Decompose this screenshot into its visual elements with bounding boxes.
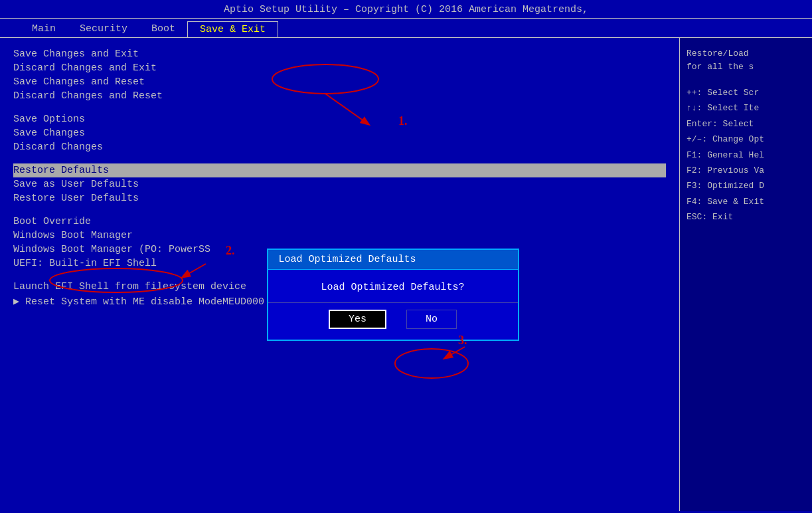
- key-f1: F1: General Hel: [687, 148, 805, 163]
- menu-restore-defaults[interactable]: Restore Defaults: [13, 163, 666, 177]
- nav-bar: Main Security Boot Save & Exit: [0, 19, 812, 38]
- menu-windows-boot-manager[interactable]: Windows Boot Manager: [13, 229, 666, 243]
- spacer-2: [13, 154, 666, 163]
- menu-save-changes[interactable]: Save Changes: [13, 126, 666, 140]
- menu-boot-override-header: Boot Override: [13, 215, 666, 229]
- dialog-buttons: Yes No: [268, 302, 518, 340]
- menu-discard-changes[interactable]: Discard Changes: [13, 140, 666, 154]
- menu-discard-changes-exit[interactable]: Discard Changes and Exit: [13, 61, 666, 75]
- main-content: Save Changes and Exit Discard Changes an…: [0, 38, 812, 511]
- key-change-opt: +/–: Change Opt: [687, 132, 805, 147]
- load-optimized-defaults-dialog: Load Optimized Defaults Load Optimized D…: [267, 249, 519, 341]
- right-panel: Restore/Loadfor all the s ++: Select Scr…: [679, 38, 812, 511]
- dialog-question: Load Optimized Defaults?: [268, 270, 518, 302]
- svg-point-4: [395, 349, 468, 378]
- step-label-2: 2.: [226, 244, 235, 258]
- key-f2: F2: Previous Va: [687, 163, 805, 178]
- spacer-3: [13, 205, 666, 215]
- menu-discard-changes-reset[interactable]: Discard Changes and Reset: [13, 89, 666, 103]
- header-title: Aptio Setup Utility – Copyright (C) 2016…: [224, 4, 588, 15]
- right-panel-desc-text: Restore/Loadfor all the s: [687, 47, 805, 73]
- nav-save-exit[interactable]: Save & Exit: [187, 21, 278, 37]
- svg-line-5: [445, 347, 465, 358]
- right-panel-description: Restore/Loadfor all the s: [687, 47, 805, 73]
- key-f4: F4: Save & Exit: [687, 194, 805, 209]
- key-select-item: ↑↓: Select Ite: [687, 100, 805, 116]
- spacer-1: [13, 103, 666, 112]
- menu-save-changes-exit[interactable]: Save Changes and Exit: [13, 47, 666, 61]
- nav-main[interactable]: Main: [20, 21, 68, 37]
- menu-save-options-header: Save Options: [13, 112, 666, 126]
- menu-restore-user-defaults[interactable]: Restore User Defaults: [13, 191, 666, 205]
- menu-save-changes-reset[interactable]: Save Changes and Reset: [13, 75, 666, 89]
- step-label-3: 3.: [458, 334, 467, 348]
- left-panel: Save Changes and Exit Discard Changes an…: [0, 38, 679, 511]
- key-help: ++: Select Scr ↑↓: Select Ite Enter: Sel…: [687, 85, 805, 225]
- step-label-1: 1.: [398, 114, 408, 128]
- menu-save-user-defaults[interactable]: Save as User Defaults: [13, 177, 666, 191]
- dialog-yes-button[interactable]: Yes: [329, 310, 386, 329]
- key-esc: ESC: Exit: [687, 209, 805, 225]
- dialog-title: Load Optimized Defaults: [268, 250, 518, 270]
- nav-boot[interactable]: Boot: [139, 21, 187, 37]
- key-f3: F3: Optimized D: [687, 178, 805, 193]
- key-enter: Enter: Select: [687, 116, 805, 132]
- dialog-no-button[interactable]: No: [406, 310, 457, 329]
- header-bar: Aptio Setup Utility – Copyright (C) 2016…: [0, 0, 812, 19]
- key-select-screen: ++: Select Scr: [687, 85, 805, 100]
- nav-security[interactable]: Security: [68, 21, 139, 37]
